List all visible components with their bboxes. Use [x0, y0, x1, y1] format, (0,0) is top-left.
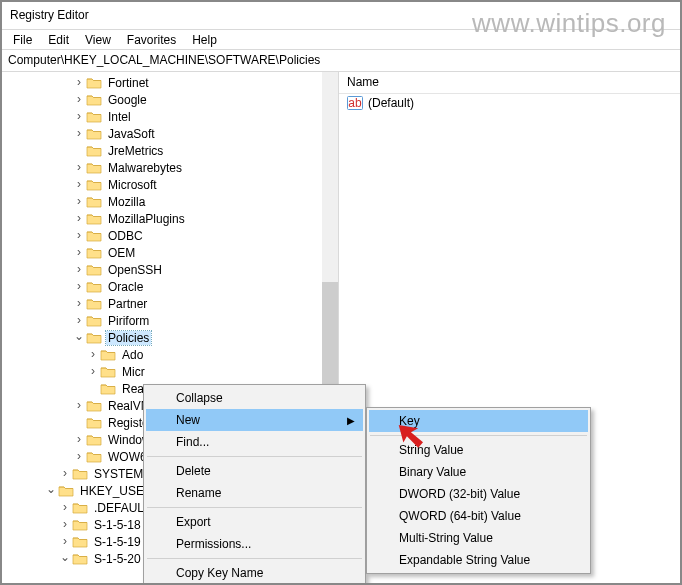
tree-item[interactable]: OpenSSH — [2, 261, 338, 278]
submenu-arrow-icon: ▶ — [347, 415, 355, 426]
folder-icon — [86, 280, 102, 294]
chevron-icon[interactable] — [58, 535, 72, 549]
tree-item-label: Policies — [106, 331, 151, 345]
chevron-icon[interactable] — [72, 195, 86, 209]
sub-key[interactable]: Key — [369, 410, 588, 432]
folder-icon — [72, 518, 88, 532]
tree-item[interactable]: Ado — [2, 346, 338, 363]
address-bar[interactable]: Computer\HKEY_LOCAL_MACHINE\SOFTWARE\Pol… — [2, 50, 680, 72]
svg-text:ab: ab — [348, 96, 362, 110]
folder-icon — [86, 314, 102, 328]
chevron-icon[interactable] — [72, 263, 86, 277]
chevron-icon[interactable] — [72, 314, 86, 328]
tree-item-label: OEM — [106, 246, 137, 260]
chevron-icon[interactable] — [72, 127, 86, 141]
sub-string-value[interactable]: String Value — [369, 439, 588, 461]
chevron-icon[interactable] — [44, 484, 58, 498]
chevron-icon[interactable] — [58, 552, 72, 566]
context-submenu-new: Key String Value Binary Value DWORD (32-… — [366, 407, 591, 574]
tree-item[interactable]: Fortinet — [2, 74, 338, 91]
list-row-default[interactable]: ab (Default) — [339, 94, 680, 112]
ctx-new[interactable]: New▶ — [146, 409, 363, 431]
tree-item-label: S-1-5-20 — [92, 552, 143, 566]
list-header-name[interactable]: Name — [339, 72, 680, 94]
chevron-icon[interactable] — [72, 93, 86, 107]
tree-item-label: Mozilla — [106, 195, 147, 209]
folder-icon — [72, 552, 88, 566]
chevron-icon[interactable] — [58, 467, 72, 481]
ctx-rename[interactable]: Rename — [146, 482, 363, 504]
chevron-icon[interactable] — [72, 450, 86, 464]
folder-icon — [58, 484, 74, 498]
chevron-icon[interactable] — [72, 297, 86, 311]
folder-icon — [86, 450, 102, 464]
tree-item[interactable]: Policies — [2, 329, 338, 346]
watermark: www.wintips.org — [472, 8, 666, 39]
folder-icon — [86, 297, 102, 311]
tree-item[interactable]: Partner — [2, 295, 338, 312]
menu-file[interactable]: File — [6, 31, 39, 49]
folder-icon — [86, 93, 102, 107]
folder-icon — [86, 178, 102, 192]
menu-favorites[interactable]: Favorites — [120, 31, 183, 49]
tree-item[interactable]: Mozilla — [2, 193, 338, 210]
tree-item[interactable]: Microsoft — [2, 176, 338, 193]
folder-icon — [72, 501, 88, 515]
ctx-separator — [147, 507, 362, 508]
folder-icon — [86, 144, 102, 158]
tree-item-label: Ado — [120, 348, 145, 362]
tree-item[interactable]: ODBC — [2, 227, 338, 244]
tree-item-label: SYSTEM — [92, 467, 145, 481]
ctx-collapse[interactable]: Collapse — [146, 387, 363, 409]
chevron-icon[interactable] — [58, 518, 72, 532]
tree-item[interactable]: Micr — [2, 363, 338, 380]
chevron-icon[interactable] — [72, 76, 86, 90]
chevron-icon[interactable] — [72, 110, 86, 124]
chevron-icon[interactable] — [72, 246, 86, 260]
ctx-export[interactable]: Export — [146, 511, 363, 533]
chevron-icon[interactable] — [72, 280, 86, 294]
sub-dword-value[interactable]: DWORD (32-bit) Value — [369, 483, 588, 505]
chevron-icon[interactable] — [72, 331, 86, 345]
sub-multi-string-value[interactable]: Multi-String Value — [369, 527, 588, 549]
ctx-permissions[interactable]: Permissions... — [146, 533, 363, 555]
folder-icon — [86, 212, 102, 226]
folder-icon — [86, 161, 102, 175]
sub-qword-value[interactable]: QWORD (64-bit) Value — [369, 505, 588, 527]
tree-item[interactable]: Piriform — [2, 312, 338, 329]
tree-item[interactable]: JreMetrics — [2, 142, 338, 159]
context-menu: Collapse New▶ Find... Delete Rename Expo… — [143, 384, 366, 585]
chevron-icon[interactable] — [58, 501, 72, 515]
chevron-icon[interactable] — [86, 348, 100, 362]
ctx-delete[interactable]: Delete — [146, 460, 363, 482]
menu-help[interactable]: Help — [185, 31, 224, 49]
chevron-icon[interactable] — [86, 365, 100, 379]
tree-item[interactable]: OEM — [2, 244, 338, 261]
sub-expandable-string-value[interactable]: Expandable String Value — [369, 549, 588, 571]
folder-icon — [72, 467, 88, 481]
tree-item[interactable]: MozillaPlugins — [2, 210, 338, 227]
folder-icon — [100, 365, 116, 379]
tree-item[interactable]: Oracle — [2, 278, 338, 295]
tree-item-label: Oracle — [106, 280, 145, 294]
ctx-find[interactable]: Find... — [146, 431, 363, 453]
tree-item[interactable]: Google — [2, 91, 338, 108]
string-value-icon: ab — [347, 96, 363, 110]
folder-icon — [86, 195, 102, 209]
chevron-icon[interactable] — [72, 229, 86, 243]
folder-icon — [86, 229, 102, 243]
tree-item-label: ODBC — [106, 229, 145, 243]
sub-binary-value[interactable]: Binary Value — [369, 461, 588, 483]
chevron-icon[interactable] — [72, 178, 86, 192]
tree-item[interactable]: JavaSoft — [2, 125, 338, 142]
chevron-icon[interactable] — [72, 212, 86, 226]
chevron-icon[interactable] — [72, 433, 86, 447]
menu-edit[interactable]: Edit — [41, 31, 76, 49]
menu-view[interactable]: View — [78, 31, 118, 49]
tree-item[interactable]: Malwarebytes — [2, 159, 338, 176]
folder-icon — [86, 416, 102, 430]
tree-scroll-thumb[interactable] — [322, 282, 338, 400]
chevron-icon[interactable] — [72, 161, 86, 175]
chevron-icon[interactable] — [72, 399, 86, 413]
tree-item[interactable]: Intel — [2, 108, 338, 125]
